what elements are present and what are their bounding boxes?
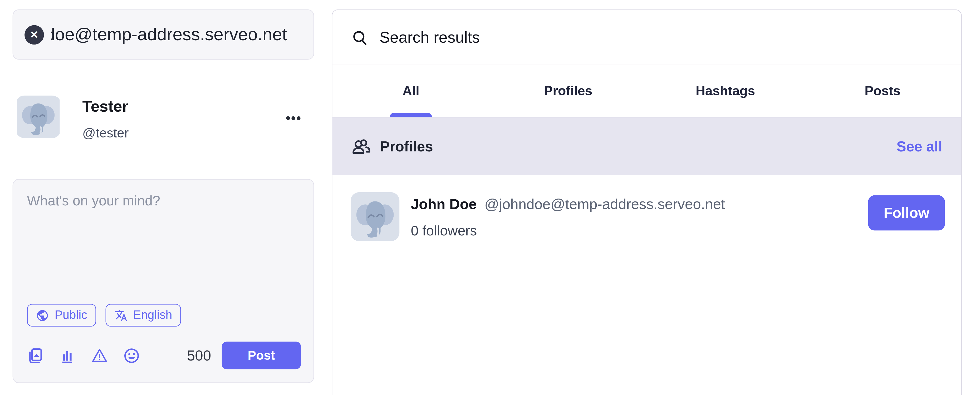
people-icon: [351, 136, 371, 156]
user-handle: @tester: [82, 125, 129, 141]
poll-icon[interactable]: [59, 347, 76, 364]
results-header: Search results: [332, 10, 961, 65]
search-value[interactable]: doe@temp-address.serveo.net: [51, 24, 287, 44]
profile-result-row[interactable]: John Doe @johndoe@temp-address.serveo.ne…: [332, 175, 961, 241]
tab-profiles-label: Profiles: [544, 84, 592, 98]
tab-posts[interactable]: Posts: [804, 65, 961, 117]
compose-options: Public English: [27, 304, 181, 327]
clear-search-icon[interactable]: ✕: [24, 25, 44, 44]
tab-posts-label: Posts: [865, 84, 900, 98]
language-label: English: [133, 308, 172, 322]
current-user-card: Tester @tester •••: [16, 95, 302, 141]
display-name: Tester: [82, 97, 129, 116]
results-title: Search results: [379, 28, 480, 46]
results-tabs: All Profiles Hashtags Posts: [332, 65, 961, 117]
search-results-panel: Search results All Profiles Hashtags Pos…: [332, 10, 962, 395]
avatar: [351, 192, 399, 241]
compose-input[interactable]: What's on your mind?: [27, 193, 161, 209]
post-button[interactable]: Post: [222, 341, 301, 369]
profile-followers: 0 followers: [411, 223, 725, 240]
search-input[interactable]: ✕ doe@temp-address.serveo.net: [13, 10, 314, 60]
search-icon: [351, 29, 369, 46]
search-value-clip: doe@temp-address.serveo.net: [51, 24, 304, 44]
follow-button[interactable]: Follow: [868, 195, 945, 231]
section-title: Profiles: [380, 138, 433, 155]
language-button[interactable]: English: [105, 304, 181, 327]
mastodon-search-page: ✕ doe@temp-address.serveo.net Tester @te…: [0, 0, 980, 395]
content-warning-icon[interactable]: [91, 347, 108, 364]
privacy-button[interactable]: Public: [27, 304, 96, 327]
tab-all-label: All: [402, 84, 419, 98]
active-tab-indicator: [390, 113, 432, 117]
profiles-section-header: Profiles See all: [332, 117, 961, 175]
globe-icon: [36, 309, 49, 322]
tab-hashtags-label: Hashtags: [696, 84, 755, 98]
translate-icon: [114, 309, 127, 322]
profile-handle: @johndoe@temp-address.serveo.net: [484, 196, 725, 212]
compose-toolbar: 500 Post: [27, 341, 301, 369]
privacy-label: Public: [54, 308, 87, 322]
see-all-link[interactable]: See all: [896, 138, 942, 155]
elephant-avatar-icon: [16, 95, 61, 138]
emoji-icon[interactable]: [123, 347, 140, 364]
media-icon[interactable]: [27, 347, 44, 364]
more-menu-icon[interactable]: •••: [286, 111, 302, 125]
character-count: 500: [187, 347, 211, 364]
profile-info: John Doe @johndoe@temp-address.serveo.ne…: [411, 196, 725, 240]
tab-hashtags[interactable]: Hashtags: [647, 65, 804, 117]
elephant-avatar-icon: [351, 192, 399, 241]
tab-profiles[interactable]: Profiles: [490, 65, 647, 117]
user-names: Tester @tester: [82, 95, 129, 141]
compose-form: What's on your mind? Public English: [13, 179, 314, 383]
profile-name: John Doe: [411, 196, 477, 212]
avatar: [16, 95, 61, 138]
tab-all[interactable]: All: [332, 65, 490, 117]
